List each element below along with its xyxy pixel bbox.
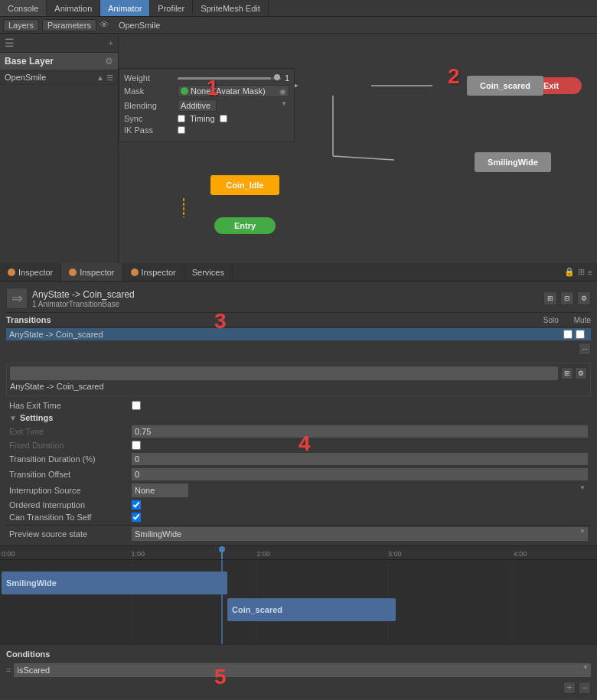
has-exit-time-label: Has Exit Time xyxy=(9,401,132,410)
preview-label: Preview source state xyxy=(9,529,132,539)
coin-idle-node[interactable]: Coin_Idle xyxy=(210,175,279,195)
blending-select[interactable]: Additive Override xyxy=(178,99,217,112)
settings-section-header[interactable]: ▼ Settings xyxy=(6,412,591,424)
interruption-select[interactable]: None Current State Next State xyxy=(132,483,188,497)
coin-scared-track[interactable]: Coin_scared xyxy=(227,598,396,621)
can-transition-label: Can Transition To Self xyxy=(9,513,132,522)
inspector-tab-label-2: Inspector xyxy=(80,268,114,277)
os-icon-up[interactable]: ▲ xyxy=(96,73,104,82)
transition-text: AnyState -> Coin_scared xyxy=(9,330,563,339)
panel-menu-icon: ☰ xyxy=(5,37,15,49)
layout-icon[interactable]: ⊞ xyxy=(578,267,585,277)
conditions-header: Conditions xyxy=(6,648,591,662)
property-panel: Weight 1 Mask None (Avatar Mask) ◉ Blend… xyxy=(119,68,295,142)
remove-transition-button[interactable]: − xyxy=(579,343,591,355)
fixed-duration-label: Fixed Duration xyxy=(9,441,132,450)
condition-select-wrapper: isScared xyxy=(14,663,591,677)
mute-label: Mute xyxy=(574,316,591,324)
condition-eq-icon: = xyxy=(6,666,11,675)
ordered-interruption-checkbox[interactable] xyxy=(132,500,141,510)
grid-line-4 xyxy=(514,560,514,644)
weight-slider[interactable]: 1 xyxy=(178,73,289,83)
td-header: ⊞ ⚙ xyxy=(10,366,587,380)
interruption-select-wrapper: None Current State Next State xyxy=(132,483,588,497)
timing-checkbox[interactable] xyxy=(220,115,227,122)
add-condition-button[interactable]: + xyxy=(563,682,576,694)
td-icon-1[interactable]: ⊞ xyxy=(561,367,573,379)
tab-inspector-1[interactable]: Inspector xyxy=(0,263,61,281)
coin-scared-node[interactable]: Coin_scared xyxy=(467,76,543,96)
fixed-duration-checkbox[interactable] xyxy=(132,441,141,450)
timeline-ruler: 0:00 1:00 2:00 3:00 4:00 xyxy=(0,546,597,560)
marker-2: 2:00 xyxy=(256,550,270,558)
solo-label: Solo xyxy=(543,316,559,324)
inspector-area: 3 4 5 Inspector Inspector Inspector Serv… xyxy=(0,263,597,698)
exit-time-input[interactable] xyxy=(132,425,588,438)
base-layer-item[interactable]: Base Layer ⚙ xyxy=(0,53,118,70)
tab-animation[interactable]: Animation xyxy=(47,0,100,16)
inspector-icon-3[interactable]: ⚙ xyxy=(577,291,591,305)
inspector-toolbar: ⊞ ⊟ ⚙ xyxy=(543,291,591,305)
interruption-source-row: Interruption Source None Current State N… xyxy=(6,482,591,499)
inspector-content: ⇒ AnyState -> Coin_scared 1 AnimatorTran… xyxy=(0,282,597,360)
marker-3: 3:00 xyxy=(388,550,402,558)
td-bar xyxy=(10,366,558,380)
has-exit-time-checkbox[interactable] xyxy=(132,401,141,410)
fixed-duration-row: Fixed Duration xyxy=(6,439,591,451)
mask-value[interactable]: None (Avatar Mask) ◉ xyxy=(178,85,289,97)
second-toolbar: Layers Parameters 👁 OpenSmile xyxy=(0,17,597,34)
panel-header: ☰ + xyxy=(0,34,118,53)
os-icon-menu[interactable]: ☰ xyxy=(106,73,113,82)
open-smile-item[interactable]: OpenSmile ▲ ☰ xyxy=(0,70,118,85)
blending-row: Blending Additive Override ▼ xyxy=(124,99,289,112)
transition-mute-checkbox[interactable] xyxy=(576,330,585,339)
transition-duration-row: Transition Duration (%) xyxy=(6,451,591,467)
animator-canvas: ☰ + Base Layer ⚙ OpenSmile ▲ ☰ Weight 1 xyxy=(0,34,597,263)
inspector-icon-1[interactable]: ⊞ xyxy=(543,291,557,305)
ik-pass-checkbox[interactable] xyxy=(178,126,185,134)
layers-button[interactable]: Layers xyxy=(3,19,39,31)
options-icon[interactable]: ≡ xyxy=(588,268,592,277)
playhead-head xyxy=(219,546,225,552)
weight-row: Weight 1 xyxy=(124,73,289,83)
marker-4: 4:00 xyxy=(514,550,527,558)
transition-solo-checkbox[interactable] xyxy=(563,330,573,339)
td-title: AnyState -> Coin_scared xyxy=(10,380,587,392)
tab-services[interactable]: Services xyxy=(184,263,233,281)
tab-console[interactable]: Console xyxy=(0,0,47,16)
td-icon-2[interactable]: ⚙ xyxy=(575,367,587,379)
entry-node[interactable]: Entry xyxy=(214,217,276,234)
tab-profiler[interactable]: Profiler xyxy=(150,0,193,16)
mask-label: Mask xyxy=(124,86,178,96)
condition-row: = isScared xyxy=(6,662,591,679)
tab-animator[interactable]: Animator xyxy=(100,0,150,16)
inspector-tab-icon-3 xyxy=(131,269,139,276)
inspector-icon-2[interactable]: ⊟ xyxy=(560,291,574,305)
tab-spritemesh[interactable]: SpriteMesh Edit xyxy=(193,0,269,16)
add-button[interactable]: + xyxy=(109,38,113,47)
transition-duration-input[interactable] xyxy=(132,453,588,465)
parameters-button[interactable]: Parameters xyxy=(42,19,96,31)
os-icons: ▲ ☰ xyxy=(96,73,113,82)
lock-icon[interactable]: 🔒 xyxy=(564,267,575,277)
sync-checkbox[interactable] xyxy=(178,115,185,122)
weight-value: 1 xyxy=(285,73,289,83)
transition-offset-input[interactable] xyxy=(132,468,588,480)
gear-icon[interactable]: ⚙ xyxy=(105,56,113,67)
transition-detail: ⊞ ⚙ AnyState -> Coin_scared xyxy=(6,363,591,396)
transition-row[interactable]: AnyState -> Coin_scared xyxy=(6,328,591,340)
has-exit-time-row: Has Exit Time xyxy=(6,399,591,412)
transition-icon: ⇒ xyxy=(11,290,23,307)
mask-row: Mask None (Avatar Mask) ◉ xyxy=(124,85,289,97)
ordered-interruption-row: Ordered Interruption xyxy=(6,499,591,511)
left-panel: ☰ + Base Layer ⚙ OpenSmile ▲ ☰ Weight 1 xyxy=(0,34,119,263)
eye-icon[interactable]: 👁 xyxy=(100,19,109,31)
tab-inspector-3[interactable]: Inspector xyxy=(123,263,184,281)
preview-select[interactable]: SmilingWide Coin_Idle Entry xyxy=(132,527,588,541)
condition-select[interactable]: isScared xyxy=(14,663,591,677)
remove-condition-button[interactable]: − xyxy=(579,682,591,694)
can-transition-checkbox[interactable] xyxy=(132,513,141,522)
smiling-wide-node[interactable]: SmilingWide xyxy=(475,152,551,172)
smiling-wide-track[interactable]: SmilingWide xyxy=(2,571,227,594)
tab-inspector-2[interactable]: Inspector xyxy=(61,263,122,281)
